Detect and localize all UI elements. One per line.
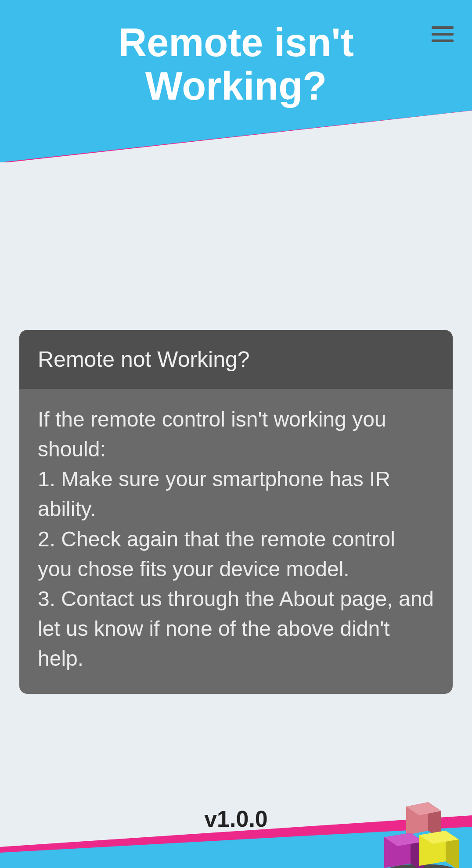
help-card: Remote not Working? If the remote contro… xyxy=(19,330,453,694)
cubes-decoration-icon xyxy=(371,789,459,868)
menu-icon[interactable] xyxy=(432,26,454,42)
page-title: Remote isn't Working? xyxy=(0,21,472,108)
help-card-header: Remote not Working? xyxy=(19,330,453,389)
help-card-body: If the remote control isn't working you … xyxy=(19,389,453,694)
